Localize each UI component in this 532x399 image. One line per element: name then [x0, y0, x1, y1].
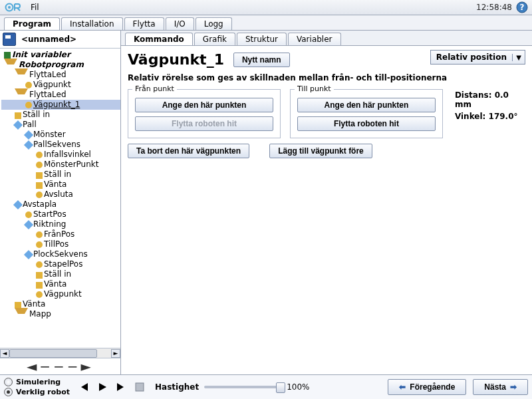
- dia-icon: [24, 130, 33, 140]
- rename-button[interactable]: Nytt namn: [233, 53, 290, 67]
- tree-node[interactable]: PallSekvens: [1, 140, 120, 150]
- tree-node[interactable]: Mapp: [1, 309, 120, 319]
- to-move-robot-button[interactable]: Flytta roboten hit: [297, 116, 436, 131]
- remove-waypoint-button[interactable]: Ta bort den här vägpunkten: [128, 144, 249, 158]
- dash-icon: [36, 272, 43, 279]
- dot-icon: [36, 261, 43, 268]
- tab-move[interactable]: Flytta: [124, 17, 164, 30]
- subtab-command[interactable]: Kommando: [125, 33, 193, 45]
- tree-node-label: FlyttaLed: [29, 70, 66, 80]
- from-legend: Från punkt: [132, 84, 177, 93]
- tree-node[interactable]: Riktning: [1, 219, 120, 229]
- dia-icon: [24, 250, 33, 259]
- tree-node[interactable]: FrånPos: [1, 229, 120, 239]
- dot-icon: [36, 291, 43, 298]
- svg-text:?: ?: [520, 3, 525, 12]
- tree-node[interactable]: Mönster: [1, 130, 120, 140]
- tree-node-label: Ställ in: [23, 110, 50, 120]
- speed-slider[interactable]: [204, 386, 284, 388]
- tree-node[interactable]: Vägpunkt_1: [1, 100, 120, 110]
- dia-icon: [24, 140, 33, 150]
- description-text: Relativ rörelse som ges av skillnaden me…: [128, 73, 525, 82]
- subtab-structure[interactable]: Struktur: [237, 33, 287, 45]
- radio-icon: [4, 378, 13, 386]
- to-legend: Till punkt: [295, 84, 334, 93]
- add-waypoint-before-button[interactable]: Lägg till vägpunkt före: [269, 144, 372, 158]
- next-button[interactable]: Nästa➡: [473, 379, 528, 395]
- tree-node[interactable]: Ställ in: [1, 110, 120, 120]
- dash-icon: [36, 282, 43, 289]
- tree-node-label: Vänta: [44, 180, 66, 190]
- tree-node-label: TillPos: [44, 239, 68, 249]
- scroll-right-arrow[interactable]: ►: [111, 349, 120, 358]
- skip-back-button[interactable]: [78, 381, 90, 393]
- tab-io[interactable]: I/O: [166, 17, 194, 30]
- dash-icon: [15, 112, 21, 119]
- file-name: <unnamed>: [21, 35, 76, 44]
- save-icon[interactable]: [3, 33, 16, 46]
- next-label: Nästa: [484, 382, 506, 392]
- tree-horizontal-scrollbar[interactable]: ◄ ►: [0, 348, 120, 358]
- tree-node-label: StartPos: [33, 209, 66, 219]
- tree-node-label: Avsluta: [44, 190, 73, 200]
- simulation-radio[interactable]: Simulering: [4, 377, 70, 387]
- tree-node[interactable]: FlyttaLed: [1, 70, 120, 80]
- from-move-robot-button: Flytta roboten hit: [135, 116, 273, 131]
- dot-icon: [36, 162, 43, 168]
- clock: 12:58:48: [476, 3, 512, 12]
- previous-button[interactable]: ⬅Föregående: [388, 379, 466, 395]
- help-icon[interactable]: ?: [516, 1, 528, 13]
- tree-node-label: Robotprogram: [19, 60, 84, 70]
- program-tree[interactable]: Init variablerRobotprogramFlyttaLedVägpu…: [0, 49, 120, 348]
- tree-node[interactable]: Ställ in: [1, 170, 120, 180]
- slider-knob[interactable]: [276, 382, 285, 393]
- scroll-left-arrow[interactable]: ◄: [0, 349, 9, 358]
- position-mode-value: Relativ position: [431, 53, 512, 62]
- tri-icon: [15, 68, 28, 81]
- tree-node-label: StapelPos: [44, 259, 82, 269]
- tree-node[interactable]: TillPos: [1, 239, 120, 249]
- subtab-variables[interactable]: Variabler: [288, 33, 341, 45]
- subtab-graphics[interactable]: Grafik: [194, 33, 235, 45]
- tab-log[interactable]: Logg: [196, 17, 232, 30]
- tree-node[interactable]: Vänta: [1, 180, 120, 190]
- sub-tabs: Kommando Grafik Struktur Variabler: [121, 31, 532, 46]
- dot-icon: [25, 102, 32, 108]
- tree-node[interactable]: Avsluta: [1, 190, 120, 200]
- menu-file[interactable]: Fil: [27, 1, 43, 13]
- tree-node[interactable]: Init variabler: [1, 50, 120, 60]
- tree-node[interactable]: PlockSekvens: [1, 249, 120, 259]
- position-mode-select[interactable]: Relativ position ▼: [430, 50, 525, 65]
- scroll-thumb[interactable]: [9, 349, 97, 358]
- step-arrows[interactable]: ◄−−−►: [0, 358, 120, 374]
- dot-icon: [36, 231, 43, 238]
- arrow-right-icon: ➡: [510, 382, 517, 392]
- skip-forward-button[interactable]: [115, 381, 127, 393]
- tree-node[interactable]: Pall: [1, 120, 120, 130]
- speed-label: Hastighet: [155, 382, 199, 392]
- dash-icon: [36, 172, 43, 179]
- tree-node[interactable]: Vänta: [1, 279, 120, 289]
- real-robot-label: Verklig robot: [16, 387, 70, 397]
- tree-node[interactable]: StartPos: [1, 209, 120, 219]
- tree-node-label: Vänta: [44, 279, 66, 289]
- angle-label: Vinkel:: [455, 112, 485, 121]
- tree-node[interactable]: Infallsvinkel: [1, 150, 120, 160]
- arrow-left-icon: ⬅: [399, 382, 406, 392]
- tab-program[interactable]: Program: [4, 17, 60, 30]
- from-set-point-button[interactable]: Ange den här punkten: [135, 98, 273, 112]
- real-robot-radio[interactable]: Verklig robot: [4, 387, 70, 397]
- play-button[interactable]: [96, 381, 108, 393]
- tree-node-label: Infallsvinkel: [44, 150, 91, 160]
- tree-node[interactable]: FlyttaLed: [1, 90, 120, 100]
- dia-icon: [24, 220, 33, 229]
- tab-installation[interactable]: Installation: [61, 17, 122, 30]
- tree-node[interactable]: MönsterPunkt: [1, 160, 120, 170]
- tree-node[interactable]: Avstapla: [1, 200, 120, 209]
- tree-node-label: PlockSekvens: [33, 249, 88, 259]
- tree-node[interactable]: StapelPos: [1, 259, 120, 269]
- tree-node[interactable]: Ställ in: [1, 269, 120, 279]
- stop-button[interactable]: [134, 381, 146, 393]
- to-set-point-button[interactable]: Ange den här punkten: [297, 98, 436, 112]
- tree-node[interactable]: Vägpunkt: [1, 289, 120, 299]
